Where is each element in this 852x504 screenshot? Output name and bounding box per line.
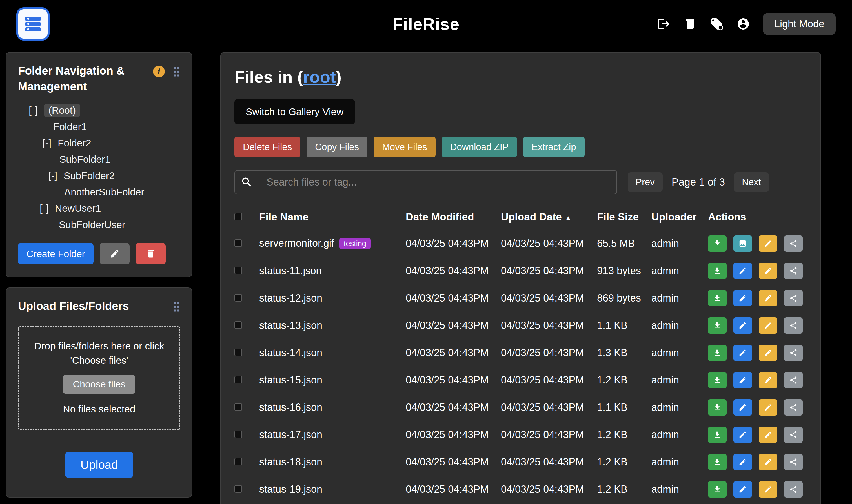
tree-label[interactable]: SubFolder1	[59, 154, 110, 165]
tree-label[interactable]: SubFolderUser	[59, 219, 125, 230]
tree-label[interactable]: NewUser1	[55, 203, 101, 214]
gallery-view-button[interactable]: Switch to Gallery View	[234, 99, 355, 124]
row-checkbox[interactable]	[234, 239, 242, 247]
download-button[interactable]	[708, 481, 727, 498]
tree-toggle[interactable]: [-]	[49, 170, 64, 181]
extract-zip-button[interactable]: Extract Zip	[523, 137, 585, 157]
file-name[interactable]: status-17.json	[259, 429, 322, 440]
share-button[interactable]	[784, 372, 803, 388]
download-button[interactable]	[708, 399, 727, 416]
drag-handle-icon[interactable]	[173, 301, 180, 312]
rename-button[interactable]	[759, 372, 777, 388]
search-input[interactable]	[259, 170, 617, 194]
share-button[interactable]	[784, 399, 803, 416]
file-name[interactable]: servermonitor.gif	[259, 237, 334, 249]
tree-item[interactable]: SubFolder1	[18, 151, 180, 167]
edit-button[interactable]	[733, 427, 752, 443]
row-checkbox[interactable]	[234, 294, 242, 302]
user-profile-button[interactable]	[736, 17, 750, 31]
download-button[interactable]	[708, 317, 727, 334]
file-name[interactable]: status-15.json	[259, 374, 322, 386]
file-dropzone[interactable]: Drop files/folders here or click 'Choose…	[18, 326, 180, 430]
rename-button[interactable]	[759, 481, 777, 498]
share-button[interactable]	[784, 427, 803, 443]
tree-label[interactable]: Folder1	[53, 121, 87, 132]
rename-button[interactable]	[759, 345, 777, 361]
tree-label-selected[interactable]: (Root)	[44, 104, 80, 117]
row-checkbox[interactable]	[234, 348, 242, 356]
download-button[interactable]	[708, 454, 727, 470]
share-button[interactable]	[784, 317, 803, 334]
rename-button[interactable]	[759, 263, 777, 279]
col-file-size[interactable]: File Size	[597, 211, 651, 223]
row-checkbox[interactable]	[234, 403, 242, 411]
row-checkbox[interactable]	[234, 267, 242, 274]
edit-button[interactable]	[733, 317, 752, 334]
move-files-button[interactable]: Move Files	[373, 137, 436, 157]
app-logo[interactable]	[16, 7, 50, 40]
delete-folder-button[interactable]	[136, 243, 166, 264]
tree-label[interactable]: SubFolder2	[64, 170, 115, 181]
share-button[interactable]	[784, 454, 803, 470]
rename-button[interactable]	[759, 427, 777, 443]
file-name[interactable]: status-19.json	[259, 483, 322, 495]
file-name[interactable]: status-16.json	[259, 401, 322, 413]
preview-button[interactable]	[733, 235, 752, 252]
share-button[interactable]	[784, 345, 803, 361]
file-name[interactable]: status-13.json	[259, 320, 322, 331]
tree-item[interactable]: [-] Folder2	[18, 135, 180, 151]
file-name[interactable]: status-11.json	[259, 265, 321, 276]
share-button[interactable]	[784, 235, 803, 252]
tree-label[interactable]: AnotherSubFolder	[64, 186, 144, 198]
row-checkbox[interactable]	[234, 485, 242, 493]
download-button[interactable]	[708, 263, 727, 279]
tag-manager-button[interactable]	[710, 17, 724, 31]
rename-button[interactable]	[759, 235, 777, 252]
col-uploader[interactable]: Uploader	[651, 211, 708, 223]
col-upload-date[interactable]: Upload Date▲	[501, 211, 597, 223]
tree-item[interactable]: Folder1	[18, 119, 180, 135]
share-button[interactable]	[784, 290, 803, 306]
rename-folder-button[interactable]	[100, 243, 129, 264]
rename-button[interactable]	[759, 454, 777, 470]
root-folder-link[interactable]: root	[303, 68, 336, 87]
tree-item[interactable]: SubFolderUser	[18, 217, 180, 233]
rename-button[interactable]	[759, 290, 777, 306]
next-page-button[interactable]: Next	[734, 172, 769, 192]
tree-item[interactable]: AnotherSubFolder	[18, 184, 180, 200]
select-all-checkbox[interactable]	[234, 213, 242, 220]
tree-toggle[interactable]: [-]	[40, 203, 55, 214]
rename-button[interactable]	[759, 399, 777, 416]
logout-button[interactable]	[657, 17, 671, 31]
col-date-modified[interactable]: Date Modified	[406, 211, 501, 223]
file-name[interactable]: status-14.json	[259, 347, 322, 358]
share-button[interactable]	[784, 263, 803, 279]
edit-button[interactable]	[733, 481, 752, 498]
download-zip-button[interactable]: Download ZIP	[442, 137, 517, 157]
edit-button[interactable]	[733, 454, 752, 470]
row-checkbox[interactable]	[234, 458, 242, 465]
tree-item-root[interactable]: [-] (Root)	[18, 102, 180, 119]
download-button[interactable]	[708, 290, 727, 306]
copy-files-button[interactable]: Copy Files	[307, 137, 367, 157]
col-file-name[interactable]: File Name	[259, 211, 406, 223]
edit-button[interactable]	[733, 372, 752, 388]
download-button[interactable]	[708, 427, 727, 443]
light-mode-toggle[interactable]: Light Mode	[763, 13, 836, 35]
tree-item[interactable]: [-] NewUser1	[18, 200, 180, 217]
file-name[interactable]: status-12.json	[259, 292, 322, 304]
tree-item[interactable]: [-] SubFolder2	[18, 167, 180, 184]
rename-button[interactable]	[759, 317, 777, 334]
edit-button[interactable]	[733, 290, 752, 306]
tree-toggle[interactable]: [-]	[29, 105, 44, 116]
prev-page-button[interactable]: Prev	[628, 172, 663, 192]
upload-button[interactable]: Upload	[65, 452, 133, 478]
edit-button[interactable]	[733, 263, 752, 279]
trash-button[interactable]	[683, 17, 697, 31]
share-button[interactable]	[784, 481, 803, 498]
choose-files-button[interactable]: Choose files	[63, 375, 135, 394]
file-name[interactable]: status-18.json	[259, 456, 322, 468]
tree-label[interactable]: Folder2	[58, 138, 91, 149]
create-folder-button[interactable]: Create Folder	[18, 243, 93, 264]
download-button[interactable]	[708, 345, 727, 361]
